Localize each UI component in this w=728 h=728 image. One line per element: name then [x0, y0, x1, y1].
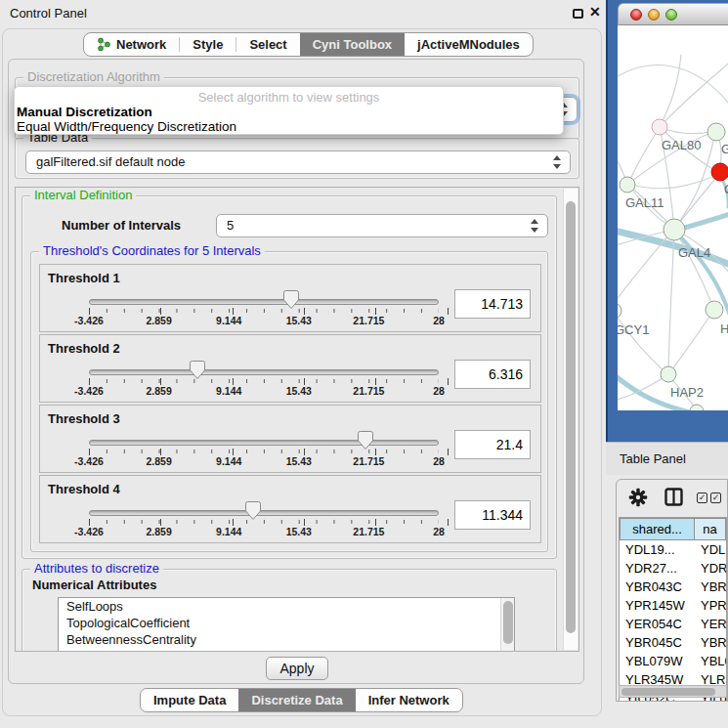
list-scrollbar[interactable] — [500, 598, 514, 652]
tab-select[interactable]: Select — [236, 33, 299, 56]
slider-ticks — [89, 450, 439, 453]
cell-shared-name[interactable]: YBR045C — [620, 633, 695, 652]
cell-shared-name[interactable]: YDL19... — [620, 540, 695, 559]
network-node[interactable] — [711, 163, 728, 181]
apply-button[interactable]: Apply — [266, 657, 328, 680]
network-node[interactable] — [652, 119, 667, 135]
cell-shared-name[interactable]: YPR145W — [620, 596, 695, 615]
network-node[interactable] — [664, 219, 685, 240]
tick-mark — [448, 308, 449, 315]
table-hscrollbar-thumb[interactable] — [621, 688, 715, 696]
slider-ticks — [89, 309, 439, 313]
split-column-icon[interactable] — [664, 488, 683, 506]
network-node[interactable] — [661, 366, 676, 382]
float-window-icon[interactable] — [573, 9, 583, 19]
cell-name[interactable]: YDL1 — [695, 540, 726, 559]
table-panel-title: Table Panel — [620, 451, 686, 466]
table-row[interactable]: YBL079WYBL0 — [620, 652, 726, 670]
cell-name[interactable]: YBL0 — [695, 652, 726, 670]
table-row[interactable]: YDR27...YDR2 — [620, 559, 726, 578]
tab-network[interactable]: Network — [84, 33, 179, 56]
pane-scrollbar-thumb[interactable] — [566, 201, 576, 633]
tab-impute-data[interactable]: Impute Data — [141, 689, 238, 711]
threshold-value-field[interactable]: 21.4 — [454, 430, 531, 459]
node-label: HAP2 — [670, 385, 704, 400]
app-root: Control Panel ✕ Network Style Select C — [0, 0, 728, 728]
table-row[interactable]: YBR043CYBR0 — [620, 578, 726, 596]
network-node[interactable] — [707, 123, 725, 141]
network-node[interactable] — [690, 405, 704, 410]
tab-cyni-toolbox[interactable]: Cyni Toolbox — [300, 33, 405, 56]
pane-scrollbar[interactable] — [563, 189, 578, 650]
network-node[interactable] — [706, 301, 723, 319]
tick-label: 21.715 — [353, 526, 384, 537]
tick-label: 9.144 — [216, 315, 241, 326]
tab-jactivemnodules[interactable]: jActiveMNodules — [405, 33, 533, 56]
attribute-list-item[interactable]: SelfLoops — [59, 598, 514, 615]
slider-thumb[interactable] — [245, 501, 261, 521]
cell-name[interactable]: YER0 — [695, 615, 726, 633]
number-of-intervals-combobox[interactable]: 5 — [216, 214, 548, 237]
cell-shared-name[interactable]: YBL079W — [620, 652, 695, 670]
algorithm-hint: Select algorithm to view settings — [15, 90, 563, 105]
table-row[interactable]: YPR145WYPR1 — [620, 596, 726, 615]
tab-discretize-data[interactable]: Discretize Data — [238, 689, 355, 711]
settings-scroll-pane: Interval Definition Number of Intervals … — [15, 187, 579, 652]
column-header-shared-name[interactable]: shared... — [620, 518, 695, 540]
slider-track[interactable] — [89, 510, 439, 516]
network-node[interactable] — [620, 177, 635, 193]
attribute-list-item[interactable]: BetweennessCentrality — [59, 631, 514, 648]
tab-cyni-toolbox-label: Cyni Toolbox — [313, 37, 392, 52]
checkbox-checked-icon[interactable]: ✓ — [697, 492, 707, 503]
tab-infer-network[interactable]: Infer Network — [356, 689, 462, 711]
table-row[interactable]: YDL19...YDL1 — [620, 540, 726, 559]
network-canvas[interactable]: GAL80GACGAL11GAL4GCY1HHAP2 — [618, 25, 728, 410]
threshold-value-field[interactable]: 11.344 — [454, 500, 531, 530]
node-label: GAL4 — [678, 245, 710, 260]
threshold-value-field[interactable]: 6.316 — [454, 360, 531, 389]
checkbox-checked-icon[interactable]: ✓ — [710, 492, 721, 503]
slider-thumb[interactable] — [190, 361, 205, 380]
table-horizontal-scrollbar[interactable] — [619, 685, 727, 698]
close-icon[interactable]: ✕ — [589, 4, 601, 20]
tick-mark — [89, 519, 90, 526]
slider-thumb[interactable] — [358, 431, 373, 450]
attribute-list-item[interactable]: TopologicalCoefficient — [59, 615, 514, 631]
gear-icon[interactable] — [628, 488, 648, 507]
bottom-tab-bar: Impute Data Discretize Data Infer Networ… — [140, 688, 463, 712]
network-node[interactable] — [618, 303, 621, 319]
tick-label: 9.144 — [216, 526, 241, 537]
tick-label: -3.426 — [74, 385, 104, 397]
slider-track[interactable] — [89, 440, 439, 446]
table-data-combobox[interactable]: galFiltered.sif default node — [25, 150, 571, 174]
traffic-light-zoom-icon[interactable] — [665, 9, 677, 21]
popup-option-equal-width-frequency[interactable]: Equal Width/Frequency Discretization — [17, 119, 236, 134]
slider-thumb[interactable] — [283, 290, 299, 310]
popup-option-manual-discretization[interactable]: Manual Discretization — [17, 105, 152, 119]
threshold-value-field[interactable]: 14.713 — [454, 289, 531, 319]
cell-shared-name[interactable]: YDR27... — [620, 559, 695, 578]
attributes-group: Attributes to discretize Numerical Attri… — [21, 569, 557, 652]
cell-name[interactable]: YBR0 — [695, 578, 726, 596]
algorithm-dropdown-popup: Select algorithm to view settings Manual… — [14, 86, 564, 135]
tick-mark — [448, 449, 449, 455]
control-panel-titlebar: Control Panel ✕ — [0, 0, 606, 27]
tick-label: 2.859 — [146, 385, 171, 397]
column-header-name[interactable]: na — [695, 518, 726, 540]
list-scrollbar-thumb[interactable] — [503, 601, 513, 644]
cell-shared-name[interactable]: YBR043C — [620, 578, 695, 596]
tick-mark — [233, 519, 234, 526]
traffic-light-close-icon[interactable] — [630, 9, 642, 21]
cell-shared-name[interactable]: YER054C — [620, 615, 695, 633]
tab-style[interactable]: Style — [180, 33, 236, 56]
slider-track[interactable] — [89, 369, 439, 375]
cell-name[interactable]: YDR2 — [695, 559, 726, 578]
threshold-label: Threshold 3 — [48, 411, 120, 426]
tick-label: 21.715 — [353, 385, 384, 397]
cell-name[interactable]: YBR0 — [695, 633, 726, 652]
slider-track[interactable] — [89, 299, 439, 305]
table-row[interactable]: YER054CYER0 — [620, 615, 726, 633]
cell-name[interactable]: YPR1 — [695, 596, 726, 615]
table-row[interactable]: YBR045CYBR0 — [620, 633, 726, 652]
traffic-light-minimize-icon[interactable] — [648, 9, 660, 21]
